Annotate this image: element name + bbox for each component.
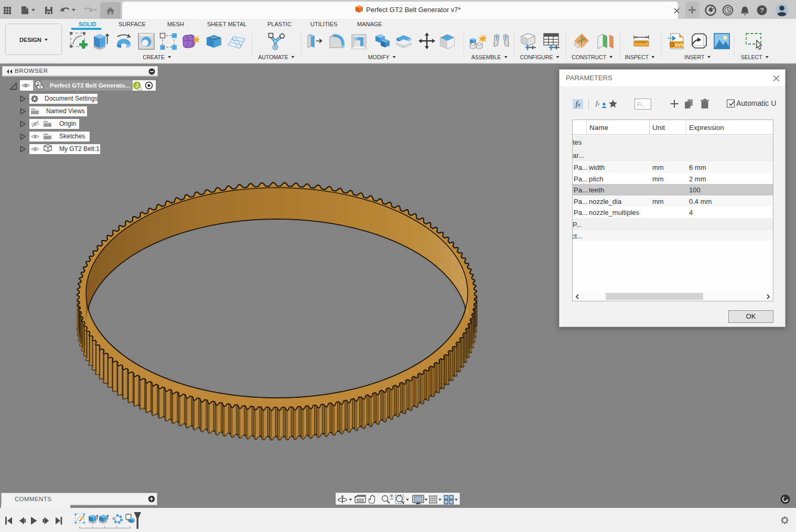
svg-text:SVG: SVG	[675, 42, 685, 48]
svg-text:?: ?	[760, 6, 764, 14]
svg-text:J: J	[135, 83, 138, 89]
